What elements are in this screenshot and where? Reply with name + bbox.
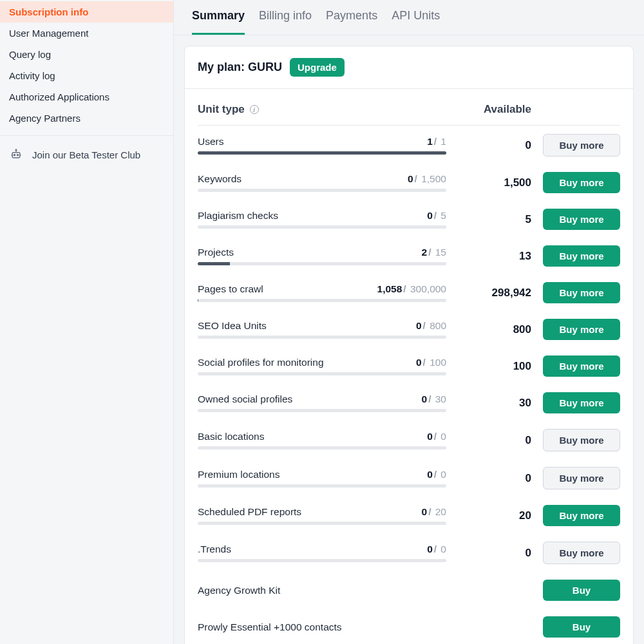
beta-tester-link[interactable]: Join our Beta Tester Club bbox=[0, 142, 173, 167]
sidebar-item-label: Query log bbox=[9, 49, 51, 60]
buy-more-button[interactable]: Buy more bbox=[543, 172, 620, 193]
buy-button[interactable]: Buy bbox=[543, 580, 620, 601]
info-icon[interactable]: i bbox=[250, 105, 259, 114]
table-row: Social profiles for monitoring0/ 100100B… bbox=[198, 347, 620, 384]
unit-main: Scheduled PDF reports0/ 20 bbox=[198, 506, 446, 525]
unit-usage: 0/ 20 bbox=[422, 506, 447, 518]
buy-more-button[interactable]: Buy more bbox=[543, 282, 620, 303]
unit-main: Plagiarism checks0/ 5 bbox=[198, 210, 446, 229]
unit-main: .Trends0/ 0 bbox=[198, 544, 446, 562]
tab-payments[interactable]: Payments bbox=[326, 0, 377, 35]
unit-label: Scheduled PDF reports bbox=[198, 506, 301, 518]
unit-available: 0 bbox=[446, 139, 536, 152]
unit-label: Users bbox=[198, 136, 223, 147]
unit-main: Premium locations0/ 0 bbox=[198, 469, 446, 488]
unit-action: Buy more bbox=[536, 392, 620, 413]
buy-more-button[interactable]: Buy more bbox=[543, 245, 620, 267]
unit-action: Buy more bbox=[536, 355, 620, 377]
buy-more-button[interactable]: Buy more bbox=[543, 467, 620, 489]
tab-bar: SummaryBilling infoPaymentsAPI Units bbox=[174, 0, 644, 35]
robot-icon bbox=[9, 147, 23, 162]
buy-more-button[interactable]: Buy more bbox=[543, 209, 620, 230]
sidebar-item-activity-log[interactable]: Activity log bbox=[0, 65, 173, 86]
tab-summary[interactable]: Summary bbox=[192, 0, 245, 35]
unit-usage: 0/ 0 bbox=[427, 431, 446, 442]
sidebar-item-label: Activity log bbox=[9, 70, 55, 81]
buy-more-button[interactable]: Buy more bbox=[543, 319, 620, 340]
unit-label: Basic locations bbox=[198, 431, 264, 442]
unit-action: Buy bbox=[536, 580, 620, 601]
svg-point-2 bbox=[17, 155, 19, 156]
table-row: Basic locations0/ 00Buy more bbox=[198, 421, 620, 459]
progress-bar bbox=[198, 189, 446, 192]
unit-label: Premium locations bbox=[198, 469, 280, 480]
unit-available: 13 bbox=[446, 250, 536, 263]
unit-main: Prowly Essential +1000 contacts bbox=[198, 621, 446, 633]
column-unit-type-label: Unit type bbox=[198, 103, 245, 116]
unit-available: 30 bbox=[446, 397, 536, 410]
unit-usage: 0/ 0 bbox=[427, 544, 446, 555]
unit-usage: 0/ 800 bbox=[416, 320, 446, 332]
table-row: Keywords0/ 1,5001,500Buy more bbox=[198, 164, 620, 200]
sidebar-item-user-management[interactable]: User Management bbox=[0, 23, 173, 44]
buy-more-button[interactable]: Buy more bbox=[543, 429, 620, 451]
tab-billing-info[interactable]: Billing info bbox=[259, 0, 312, 35]
unit-usage: 0/ 1,500 bbox=[408, 173, 446, 185]
buy-more-button[interactable]: Buy more bbox=[543, 355, 620, 377]
sidebar-item-authorized-applications[interactable]: Authorized Applications bbox=[0, 86, 173, 108]
plan-header: My plan: GURU Upgrade bbox=[185, 46, 633, 89]
table-row: Scheduled PDF reports0/ 2020Buy more bbox=[198, 497, 620, 533]
unit-available: 298,942 bbox=[446, 287, 536, 299]
progress-bar bbox=[198, 336, 446, 339]
buy-more-button[interactable]: Buy more bbox=[543, 542, 620, 564]
unit-available: 0 bbox=[446, 434, 536, 447]
unit-label: Plagiarism checks bbox=[198, 210, 278, 222]
table-row: Owned social profiles0/ 3030Buy more bbox=[198, 384, 620, 421]
plan-prefix: My plan: bbox=[198, 61, 248, 73]
progress-bar bbox=[198, 409, 446, 412]
unit-available: 0 bbox=[446, 547, 536, 560]
tab-api-units[interactable]: API Units bbox=[392, 0, 440, 35]
buy-more-button[interactable]: Buy more bbox=[543, 505, 620, 526]
unit-available: 5 bbox=[446, 213, 536, 226]
unit-action: Buy more bbox=[536, 319, 620, 340]
progress-bar bbox=[198, 225, 446, 229]
unit-action: Buy more bbox=[536, 467, 620, 489]
progress-bar bbox=[198, 559, 446, 562]
progress-bar bbox=[198, 262, 446, 265]
plan-card: My plan: GURU Upgrade Unit type i Availa… bbox=[184, 46, 634, 644]
main-content: SummaryBilling infoPaymentsAPI Units My … bbox=[174, 0, 644, 644]
progress-bar bbox=[198, 151, 446, 155]
plan-title: My plan: GURU bbox=[198, 61, 282, 74]
unit-available: 100 bbox=[446, 360, 536, 373]
unit-main: Owned social profiles0/ 30 bbox=[198, 393, 446, 412]
table-row: Plagiarism checks0/ 55Buy more bbox=[198, 200, 620, 237]
unit-label: Projects bbox=[198, 247, 234, 258]
buy-more-button[interactable]: Buy more bbox=[543, 134, 620, 156]
unit-main: Keywords0/ 1,500 bbox=[198, 173, 446, 192]
unit-main: SEO Idea Units0/ 800 bbox=[198, 320, 446, 339]
unit-usage: 1/ 1 bbox=[427, 136, 446, 147]
unit-usage: 2/ 15 bbox=[422, 247, 447, 258]
column-available: Available bbox=[446, 103, 536, 116]
sidebar-item-label: Agency Partners bbox=[9, 113, 80, 124]
unit-label: .Trends bbox=[198, 544, 231, 555]
sidebar-item-agency-partners[interactable]: Agency Partners bbox=[0, 108, 173, 129]
buy-more-button[interactable]: Buy more bbox=[543, 392, 620, 413]
unit-action: Buy more bbox=[536, 542, 620, 564]
progress-bar bbox=[198, 299, 446, 302]
buy-button[interactable]: Buy bbox=[543, 616, 620, 638]
unit-label: SEO Idea Units bbox=[198, 320, 267, 332]
sidebar-item-subscription-info[interactable]: Subscription info bbox=[0, 1, 173, 23]
unit-usage: 1,058/ 300,000 bbox=[377, 283, 446, 295]
progress-bar bbox=[198, 522, 446, 525]
upgrade-button[interactable]: Upgrade bbox=[290, 58, 345, 77]
unit-label: Prowly Essential +1000 contacts bbox=[198, 621, 342, 633]
column-unit-type: Unit type i bbox=[198, 103, 446, 116]
sidebar-item-query-log[interactable]: Query log bbox=[0, 44, 173, 65]
unit-action: Buy more bbox=[536, 429, 620, 451]
table-row: Users1/ 10Buy more bbox=[198, 126, 620, 164]
beta-label: Join our Beta Tester Club bbox=[32, 149, 140, 160]
sidebar: Subscription infoUser ManagementQuery lo… bbox=[0, 0, 174, 644]
svg-point-4 bbox=[15, 149, 17, 151]
